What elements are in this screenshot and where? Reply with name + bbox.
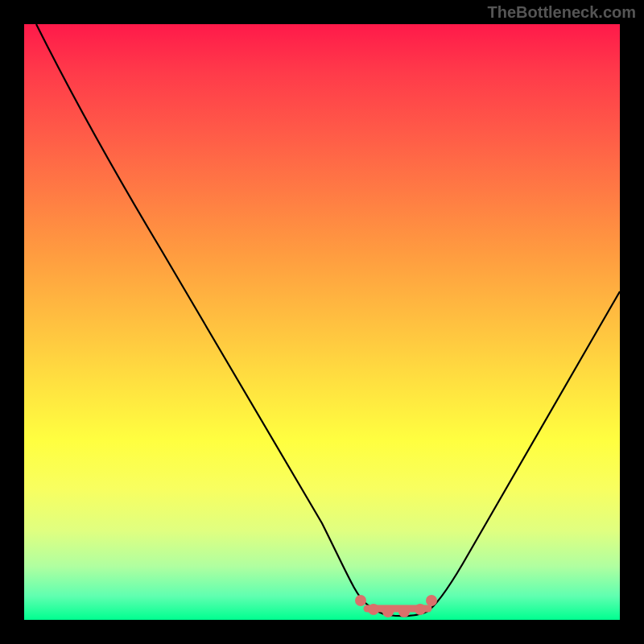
chart-svg [24, 24, 620, 620]
optimal-zone-marker [382, 606, 394, 617]
bottleneck-curve-line [36, 24, 620, 616]
watermark-text: TheBottleneck.com [488, 3, 636, 22]
optimal-zone-marker [398, 606, 410, 617]
optimal-zone-marker-left [355, 595, 366, 606]
optimal-zone-marker-right [426, 595, 437, 606]
optimal-zone-marker [415, 604, 426, 615]
chart-plot-area [24, 24, 620, 620]
optimal-zone-marker [368, 604, 379, 615]
